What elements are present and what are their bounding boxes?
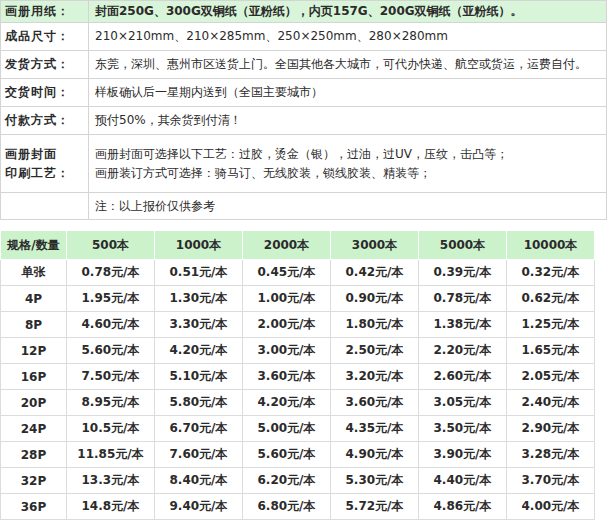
price-row: 8P4.60元/本3.30元/本2.00元/本1.80元/本1.38元/本1.2… bbox=[1, 312, 595, 338]
print-price-sheet: 画册用纸：封面250G、300G双铜纸（亚粉纸），内页157G、200G双铜纸（… bbox=[0, 0, 610, 520]
price-cell: 3.28元/本 bbox=[507, 442, 595, 468]
price-cell: 10.5元/本 bbox=[67, 416, 155, 442]
spec-row: 付款方式：预付50%，其余货到付清！ bbox=[1, 107, 607, 135]
price-cell: 4.86元/本 bbox=[419, 494, 507, 520]
price-cell: 4.60元/本 bbox=[67, 312, 155, 338]
price-cell: 0.78元/本 bbox=[67, 260, 155, 286]
price-cell: 3.90元/本 bbox=[419, 442, 507, 468]
price-cell: 2.00元/本 bbox=[243, 312, 331, 338]
price-cell: 4.90元/本 bbox=[331, 442, 419, 468]
spec-label-cell: 交货时间： bbox=[1, 79, 89, 107]
price-row: 16P7.50元/本5.10元/本3.60元/本3.20元/本2.60元/本2.… bbox=[1, 364, 595, 390]
price-cell: 3.30元/本 bbox=[155, 312, 243, 338]
price-row: 36P14.8元/本9.40元/本6.80元/本5.72元/本4.86元/本4.… bbox=[1, 494, 595, 520]
price-row: 单张0.78元/本0.51元/本0.45元/本0.42元/本0.39元/本0.3… bbox=[1, 260, 595, 286]
price-cell: 1.80元/本 bbox=[331, 312, 419, 338]
spec-label-cell: 成品尺寸： bbox=[1, 23, 89, 51]
price-cell: 3.00元/本 bbox=[243, 338, 331, 364]
price-cell: 5.10元/本 bbox=[155, 364, 243, 390]
price-spec-cell: 32P bbox=[1, 468, 67, 494]
price-spec-cell: 12P bbox=[1, 338, 67, 364]
price-spec-cell: 16P bbox=[1, 364, 67, 390]
price-cell: 4.00元/本 bbox=[507, 494, 595, 520]
price-spec-cell: 单张 bbox=[1, 260, 67, 286]
price-cell: 2.50元/本 bbox=[331, 338, 419, 364]
price-cell: 2.60元/本 bbox=[419, 364, 507, 390]
spec-row: 画册用纸：封面250G、300G双铜纸（亚粉纸），内页157G、200G双铜纸（… bbox=[1, 1, 607, 23]
price-header-cell: 3000本 bbox=[331, 231, 419, 260]
spec-label-cell: 画册用纸： bbox=[1, 1, 89, 23]
price-cell: 2.05元/本 bbox=[507, 364, 595, 390]
price-spec-cell: 24P bbox=[1, 416, 67, 442]
price-cell: 0.32元/本 bbox=[507, 260, 595, 286]
price-cell: 2.40元/本 bbox=[507, 390, 595, 416]
price-cell: 2.20元/本 bbox=[419, 338, 507, 364]
price-row: 24P10.5元/本6.70元/本5.00元/本4.35元/本3.50元/本2.… bbox=[1, 416, 595, 442]
price-cell: 0.39元/本 bbox=[419, 260, 507, 286]
price-cell: 4.20元/本 bbox=[243, 390, 331, 416]
price-table: 规格/数量500本1000本2000本3000本5000本10000本 单张0.… bbox=[0, 230, 595, 520]
spec-row: 画册封面印刷工艺：画册封面可选择以下工艺：过胶，烫金（银），过油，过UV，压纹，… bbox=[1, 135, 607, 193]
price-cell: 1.30元/本 bbox=[155, 286, 243, 312]
price-cell: 0.90元/本 bbox=[331, 286, 419, 312]
price-cell: 9.40元/本 bbox=[155, 494, 243, 520]
price-cell: 4.40元/本 bbox=[419, 468, 507, 494]
spec-label-cell: 画册封面印刷工艺： bbox=[1, 135, 89, 193]
price-cell: 3.20元/本 bbox=[331, 364, 419, 390]
price-cell: 8.95元/本 bbox=[67, 390, 155, 416]
spec-label-cell: 付款方式： bbox=[1, 107, 89, 135]
price-header-cell: 10000本 bbox=[507, 231, 595, 260]
price-cell: 1.38元/本 bbox=[419, 312, 507, 338]
spec-content-cell: 封面250G、300G双铜纸（亚粉纸），内页157G、200G双铜纸（亚粉纸）。 bbox=[89, 1, 607, 23]
price-cell: 5.60元/本 bbox=[67, 338, 155, 364]
spec-content-cell: 画册封面可选择以下工艺：过胶，烫金（银），过油，过UV，压纹，击凸等；画册装订方… bbox=[89, 135, 607, 193]
price-cell: 5.30元/本 bbox=[331, 468, 419, 494]
price-cell: 5.60元/本 bbox=[243, 442, 331, 468]
spec-content-cell: 东莞，深圳、惠州市区送货上门。全国其他各大城市，可代办快递、航空或货运，运费自付… bbox=[89, 51, 607, 79]
price-cell: 5.80元/本 bbox=[155, 390, 243, 416]
price-cell: 0.78元/本 bbox=[419, 286, 507, 312]
price-cell: 7.50元/本 bbox=[67, 364, 155, 390]
price-cell: 1.25元/本 bbox=[507, 312, 595, 338]
price-header-cell: 1000本 bbox=[155, 231, 243, 260]
specs-table: 画册用纸：封面250G、300G双铜纸（亚粉纸），内页157G、200G双铜纸（… bbox=[0, 0, 607, 220]
price-cell: 3.05元/本 bbox=[419, 390, 507, 416]
price-cell: 1.65元/本 bbox=[507, 338, 595, 364]
price-cell: 1.00元/本 bbox=[243, 286, 331, 312]
price-header-row: 规格/数量500本1000本2000本3000本5000本10000本 bbox=[1, 231, 595, 260]
price-cell: 1.95元/本 bbox=[67, 286, 155, 312]
price-row: 20P8.95元/本5.80元/本4.20元/本3.60元/本3.05元/本2.… bbox=[1, 390, 595, 416]
price-cell: 6.20元/本 bbox=[243, 468, 331, 494]
price-cell: 3.50元/本 bbox=[419, 416, 507, 442]
price-header-cell: 2000本 bbox=[243, 231, 331, 260]
price-cell: 7.60元/本 bbox=[155, 442, 243, 468]
price-cell: 4.35元/本 bbox=[331, 416, 419, 442]
price-spec-cell: 4P bbox=[1, 286, 67, 312]
price-cell: 0.51元/本 bbox=[155, 260, 243, 286]
spec-content-cell: 样板确认后一星期内送到（全国主要城市） bbox=[89, 79, 607, 107]
spec-row: 发货方式：东莞，深圳、惠州市区送货上门。全国其他各大城市，可代办快递、航空或货运… bbox=[1, 51, 607, 79]
price-cell: 4.20元/本 bbox=[155, 338, 243, 364]
price-cell: 0.62元/本 bbox=[507, 286, 595, 312]
spec-row: 交货时间：样板确认后一星期内送到（全国主要城市） bbox=[1, 79, 607, 107]
price-row: 4P1.95元/本1.30元/本1.00元/本0.90元/本0.78元/本0.6… bbox=[1, 286, 595, 312]
price-header-cell: 500本 bbox=[67, 231, 155, 260]
price-spec-cell: 8P bbox=[1, 312, 67, 338]
price-cell: 14.8元/本 bbox=[67, 494, 155, 520]
price-spec-cell: 20P bbox=[1, 390, 67, 416]
price-header-cell: 规格/数量 bbox=[1, 231, 67, 260]
price-cell: 0.45元/本 bbox=[243, 260, 331, 286]
price-cell: 3.60元/本 bbox=[331, 390, 419, 416]
price-cell: 5.72元/本 bbox=[331, 494, 419, 520]
price-cell: 6.70元/本 bbox=[155, 416, 243, 442]
spec-label-cell bbox=[1, 193, 89, 220]
price-cell: 13.3元/本 bbox=[67, 468, 155, 494]
price-cell: 3.60元/本 bbox=[243, 364, 331, 390]
price-row: 28P11.85元/本7.60元/本5.60元/本4.90元/本3.90元/本3… bbox=[1, 442, 595, 468]
price-cell: 11.85元/本 bbox=[67, 442, 155, 468]
price-cell: 8.40元/本 bbox=[155, 468, 243, 494]
price-row: 32P13.3元/本8.40元/本6.20元/本5.30元/本4.40元/本3.… bbox=[1, 468, 595, 494]
price-spec-cell: 28P bbox=[1, 442, 67, 468]
spec-row: 成品尺寸：210×210mm、210×285mm、250×250mm、280×2… bbox=[1, 23, 607, 51]
price-cell: 3.70元/本 bbox=[507, 468, 595, 494]
